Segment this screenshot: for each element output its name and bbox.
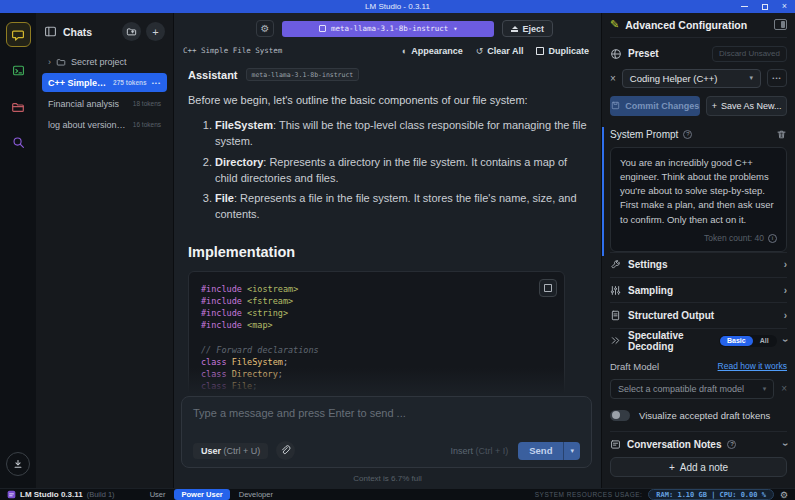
resources-usage-value[interactable]: RAM: 1.10 GB | CPU: 0.00 % [648,489,774,500]
paperclip-icon [280,445,291,456]
chat-header: C++ Simple File System ◐ Appearance ↺ Cl… [174,40,601,61]
system-prompt-textarea[interactable]: You are an incredibly good C++ engineer.… [610,147,787,252]
status-bar: LM Studio 0.3.11 (Build 1) User Power Us… [0,488,795,500]
commit-icon [611,101,620,110]
help-icon[interactable]: ? [727,440,736,449]
preset-select[interactable]: Coding Helper (C++) ▾ [622,69,761,88]
info-icon[interactable]: i [768,234,777,243]
discard-unsaved-button[interactable]: Discard Unsaved [712,46,787,62]
chat-list-item[interactable]: Financial analysis 18 tokens [42,94,167,113]
window-title: LM Studio - 0.3.11 [365,2,430,11]
mode-user[interactable]: User [143,489,173,500]
minimize-button[interactable] [741,6,748,7]
code-line: #include <map> [201,319,552,331]
duplicate-button[interactable]: Duplicate [536,46,589,56]
code-line: class File; [201,380,552,392]
speculative-decoding-section-header[interactable]: Speculative Decoding Basic All › [610,328,787,353]
pencil-icon: ✎ [610,18,619,31]
insert-button[interactable]: Insert (Ctrl + I) [450,446,508,456]
notes-icon [610,439,621,450]
trash-icon[interactable] [776,129,787,140]
chat-list-item-selected[interactable]: C++ Simple File System 275 tokens ••• [42,73,167,92]
component-list: FileSystem: This will be the top-level c… [215,117,587,223]
new-chat-button[interactable]: + [146,22,165,41]
clear-draft-icon[interactable]: × [781,383,787,394]
chevron-down-icon: › [784,439,787,450]
chat-item-label: Financial analysis [48,99,119,109]
discover-nav-icon[interactable] [6,130,31,155]
all-option[interactable]: All [753,336,776,346]
status-gear-icon[interactable]: ⚙ [780,490,788,500]
appearance-button[interactable]: ◐ Appearance [402,46,463,56]
chevron-down-icon: ▾ [749,74,753,82]
read-how-it-works-link[interactable]: Read how it works [718,361,787,371]
chat-token-count: 275 tokens [113,79,147,86]
settings-section-header[interactable]: Settings › [610,252,787,277]
role-selector-button[interactable]: User (Ctrl + U) [193,443,268,459]
copy-icon [544,284,552,292]
code-line: class Directory; [201,368,552,380]
token-count: Token count: 40 [704,232,764,245]
code-line: #include <fstream> [201,295,552,307]
conversation-notes-header[interactable]: Conversation Notes ? › [610,431,787,456]
loaded-model-name: meta-llama-3.1-8b-instruct [331,24,448,33]
developer-nav-icon[interactable] [6,58,31,83]
folder-icon [56,57,66,67]
sampling-section-header[interactable]: Sampling › [610,277,787,302]
maximize-button[interactable] [762,4,768,10]
downloads-icon[interactable] [6,452,30,476]
chevron-right-icon: › [784,259,787,270]
basic-all-toggle[interactable]: Basic All [719,335,777,347]
clear-all-button[interactable]: ↺ Clear All [476,46,524,56]
save-as-new-button[interactable]: + Save As New... [706,96,787,116]
chevron-down-icon: ▾ [763,385,767,393]
preset-value: Coding Helper (C++) [630,73,718,84]
chat-nav-icon[interactable] [6,22,31,47]
preset-label: Preset [628,48,659,59]
close-button[interactable]: × [782,2,787,11]
preset-menu-button[interactable]: ••• [767,69,787,87]
duplicate-icon [536,47,544,55]
copy-code-button[interactable] [539,279,557,297]
context-status: Context is 6.7% full [174,468,601,488]
loaded-model-selector[interactable]: meta-llama-3.1-8b-instruct ▾ [282,21,494,37]
draft-model-select[interactable]: Select a compatible draft model ▾ [610,379,774,399]
visualize-toggle[interactable] [610,410,630,421]
my-models-nav-icon[interactable] [6,94,31,119]
model-settings-gear-icon[interactable]: ⚙ [256,20,274,37]
draft-model-label: Draft Model [610,361,659,372]
mode-developer[interactable]: Developer [232,489,280,500]
conversation-area[interactable]: Assistant meta-llama-3.1-8b-instruct Bef… [174,61,601,394]
chat-title: C++ Simple File System [183,46,282,55]
send-options-caret-icon[interactable]: ▾ [563,442,580,460]
model-toolbar: ⚙ meta-llama-3.1-8b-instruct ▾ Eject [174,13,601,40]
chat-token-count: 16 tokens [133,121,161,128]
list-item: FileSystem: This will be the top-level c… [215,117,587,150]
message-input[interactable]: Type a message and press Enter to send .… [193,407,580,419]
attach-file-button[interactable] [276,441,295,460]
help-icon[interactable]: ? [683,130,692,139]
collapse-panel-icon[interactable] [774,19,787,30]
mode-power-user[interactable]: Power User [174,489,229,500]
structured-output-section-header[interactable]: Structured Output › [610,302,787,327]
send-button[interactable]: Send ▾ [518,442,580,460]
chevron-right-icon: › [784,310,787,321]
code-line: #include <string> [201,307,552,319]
basic-option[interactable]: Basic [720,336,753,346]
clear-preset-icon[interactable]: × [610,73,616,84]
code-line [201,392,552,394]
nav-rail [0,13,36,488]
chat-list-item[interactable]: log about version of ... 16 tokens [42,115,167,134]
add-note-button[interactable]: + Add a note [610,457,787,477]
eject-model-button[interactable]: Eject [502,20,553,37]
chat-folder-item[interactable]: › Secret project [42,52,167,71]
chat-folder-label: Secret project [71,57,127,67]
message-composer[interactable]: Type a message and press Enter to send .… [181,396,592,468]
app-version: LM Studio 0.3.11 [20,490,83,499]
commit-changes-button[interactable]: Commit Changes [610,96,700,116]
chats-title: Chats [63,26,92,38]
new-folder-button[interactable] [122,22,141,41]
eject-label: Eject [522,24,544,34]
sidebar-panel-icon[interactable] [44,25,57,38]
chat-item-menu-icon[interactable]: ••• [152,80,161,86]
